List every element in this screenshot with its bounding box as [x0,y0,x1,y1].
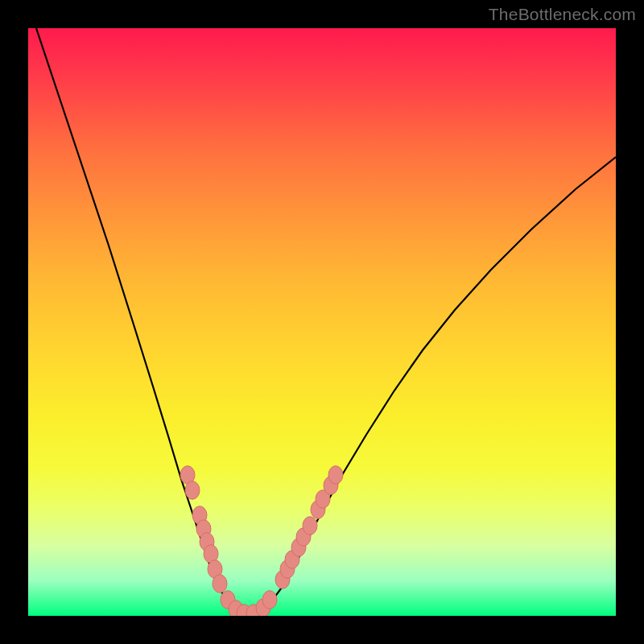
data-marker [213,575,227,593]
data-marker [262,591,277,609]
plot-area [28,28,616,616]
data-marker [328,466,343,485]
bottleneck-curve [36,28,616,615]
data-marker [185,481,200,500]
watermark-text: TheBottleneck.com [489,5,636,24]
chart-svg [28,28,616,616]
chart-frame: TheBottleneck.com [0,0,644,644]
data-markers [180,466,343,616]
data-marker [303,517,317,535]
